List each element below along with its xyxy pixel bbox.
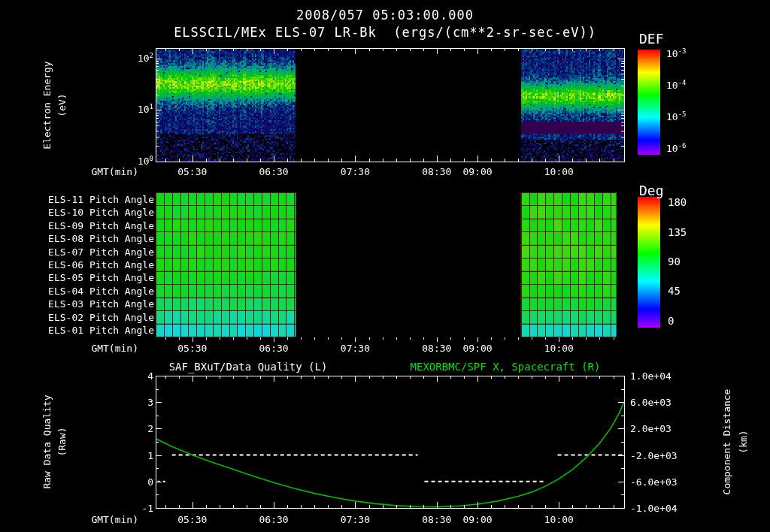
quality-axis-label: Raw Data Quality — [41, 394, 53, 488]
quality-tick-label: 1 — [147, 450, 153, 461]
distance-series-title: MEXORBMC/SPF X, Spacecraft (R) — [411, 361, 601, 373]
x-tick-label: 09:00 — [462, 166, 492, 177]
x-tick-label: 06:30 — [259, 514, 289, 525]
quality-tick-label: 0 — [147, 476, 153, 488]
pitch-row-label: ELS-05 Pitch Angle — [48, 272, 154, 283]
quality-tick-label: -1 — [141, 503, 153, 514]
def-tick-label: 10-5 — [666, 111, 687, 122]
distance-axis-label: Component Distance — [721, 389, 732, 495]
deg-tick-label: 90 — [668, 256, 681, 268]
energy-tick-label: 100 — [138, 156, 153, 167]
pitch-row-label: ELS-08 Pitch Angle — [48, 233, 154, 244]
distance-tick-label: -6.0e+03 — [630, 476, 678, 488]
x-tick-label: 05:30 — [177, 343, 207, 354]
distance-tick-label: 1.0e+04 — [630, 370, 671, 382]
x-tick-label: 08:30 — [422, 514, 451, 525]
x-tick-label: 10:00 — [544, 343, 574, 354]
x-tick-label: 07:30 — [341, 166, 370, 177]
def-tick-label: 10-4 — [666, 80, 687, 91]
x-tick-label: 10:00 — [544, 166, 574, 177]
distance-tick-label: 2.0e+03 — [630, 423, 671, 434]
plot-title: ELSSCIL/MEx ELS-07 LR-Bk (ergs/(cm**2-sr… — [174, 25, 596, 40]
pitch-row-label: ELS-01 Pitch Angle — [48, 325, 154, 336]
deg-tick-label: 180 — [668, 197, 687, 208]
gmt-label-middle: GMT(min) — [91, 343, 138, 354]
pitch-row-label: ELS-02 Pitch Angle — [48, 312, 154, 323]
pitch-row-label: ELS-03 Pitch Angle — [48, 298, 154, 310]
def-tick-label: 10-6 — [666, 143, 687, 154]
pitch-row-label: ELS-04 Pitch Angle — [48, 286, 154, 297]
x-tick-label: 06:30 — [259, 166, 289, 177]
page-title: 2008/057 05:03:00.000 — [296, 8, 474, 23]
energy-axis-label: Electron Energy — [41, 61, 53, 149]
distance-tick-label: -2.0e+03 — [630, 450, 678, 461]
energy-axis-units: (eV) — [56, 93, 68, 116]
x-tick-label: 08:30 — [422, 166, 451, 177]
deg-colorbar-title: Deg — [639, 183, 664, 198]
pitch-row-label: ELS-09 Pitch Angle — [48, 220, 154, 231]
distance-tick-label: 6.0e+03 — [630, 397, 671, 408]
x-tick-label: 09:00 — [462, 343, 492, 354]
deg-tick-label: 45 — [668, 286, 681, 297]
def-tick-label: 10-3 — [666, 48, 687, 59]
pitch-row-label: ELS-07 Pitch Angle — [48, 246, 154, 258]
gmt-label-bottom: GMT(min) — [91, 514, 138, 525]
x-tick-label: 07:30 — [341, 514, 370, 525]
deg-tick-label: 135 — [668, 227, 687, 238]
pitch-row-label: ELS-06 Pitch Angle — [48, 259, 154, 271]
quality-series-title: SAF_BXuT/Data Quality (L) — [169, 361, 328, 373]
quality-tick-label: 3 — [147, 397, 153, 408]
distance-axis-units: (km) — [738, 430, 749, 453]
quality-tick-label: 4 — [147, 370, 153, 382]
def-colorbar-title: DEF — [639, 31, 664, 47]
pitch-row-label: ELS-11 Pitch Angle — [48, 194, 154, 205]
x-tick-label: 05:30 — [177, 514, 207, 525]
x-tick-label: 05:30 — [177, 166, 207, 177]
quality-tick-label: 2 — [147, 423, 153, 434]
distance-tick-label: -1.0e+04 — [630, 503, 678, 514]
energy-tick-label: 102 — [138, 53, 153, 64]
gmt-label-top: GMT(min) — [91, 166, 138, 177]
x-tick-label: 07:30 — [341, 343, 370, 354]
x-tick-label: 06:30 — [259, 343, 289, 354]
quality-axis-units: (Raw) — [56, 427, 68, 456]
x-tick-label: 10:00 — [544, 514, 574, 525]
energy-tick-label: 101 — [138, 104, 153, 115]
x-tick-label: 09:00 — [462, 514, 492, 525]
pitch-row-label: ELS-10 Pitch Angle — [48, 207, 154, 218]
deg-tick-label: 0 — [668, 316, 674, 327]
x-tick-label: 08:30 — [422, 343, 451, 354]
